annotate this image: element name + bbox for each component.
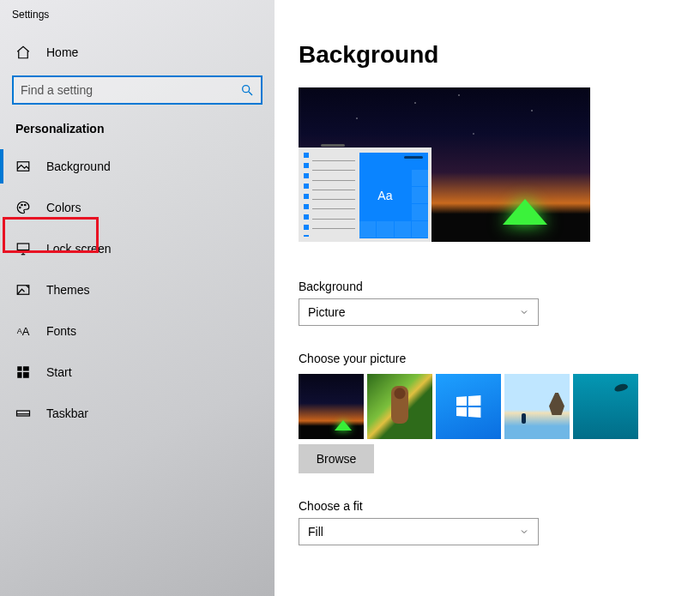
chevron-down-icon	[519, 307, 529, 317]
picture-thumb-3[interactable]	[436, 374, 501, 439]
fit-select[interactable]: Fill	[299, 518, 539, 545]
browse-button[interactable]: Browse	[299, 444, 374, 473]
nav-home[interactable]: Home	[0, 36, 275, 69]
svg-rect-14	[23, 372, 29, 378]
sidebar-item-label: Background	[46, 160, 111, 173]
background-preview: Aa	[299, 87, 590, 242]
svg-rect-15	[17, 411, 30, 416]
svg-point-5	[25, 204, 27, 206]
svg-rect-13	[17, 372, 21, 378]
svg-point-4	[21, 204, 23, 206]
sidebar-item-label: Fonts	[46, 324, 76, 338]
svg-point-0	[243, 86, 250, 93]
sidebar-item-fonts[interactable]: AA Fonts	[0, 312, 257, 350]
svg-point-3	[20, 207, 21, 208]
svg-rect-11	[17, 366, 21, 370]
page-title: Background	[299, 41, 700, 69]
svg-rect-6	[17, 244, 29, 252]
home-icon	[15, 45, 31, 60]
category-label: Personalization	[0, 122, 275, 147]
themes-icon	[15, 282, 31, 298]
picture-thumbnails	[299, 374, 700, 439]
search-icon	[240, 83, 254, 97]
main-panel: Background Aa Background Picture Choose …	[275, 0, 700, 596]
sidebar-item-start[interactable]: Start	[0, 353, 257, 391]
picture-icon	[15, 159, 31, 174]
picture-thumb-1[interactable]	[299, 374, 364, 439]
background-type-value: Picture	[308, 305, 346, 319]
search-container	[12, 75, 262, 105]
fit-value: Fill	[308, 525, 323, 539]
svg-rect-12	[23, 366, 29, 370]
sidebar-item-lockscreen[interactable]: Lock screen	[0, 230, 257, 268]
start-icon	[15, 364, 31, 380]
sidebar-item-background[interactable]: Background	[0, 147, 257, 185]
sidebar-item-colors[interactable]: Colors	[0, 189, 257, 226]
sidebar-item-label: Lock screen	[46, 242, 111, 256]
background-type-select[interactable]: Picture	[299, 298, 539, 326]
taskbar-icon	[15, 406, 31, 421]
app-title: Settings	[0, 9, 275, 36]
svg-line-1	[249, 92, 252, 95]
sidebar-item-themes[interactable]: Themes	[0, 271, 257, 309]
sidebar-item-label: Themes	[46, 283, 90, 297]
choose-fit-label: Choose a fit	[299, 499, 700, 513]
sidebar-item-label: Taskbar	[46, 406, 88, 420]
sidebar-item-label: Start	[46, 365, 72, 379]
background-type-label: Background	[299, 280, 700, 293]
lockscreen-icon	[15, 241, 31, 256]
fonts-icon: AA	[15, 323, 31, 339]
sidebar-item-label: Colors	[46, 201, 81, 214]
palette-icon	[15, 200, 31, 215]
picture-thumb-2[interactable]	[367, 374, 432, 439]
picture-thumb-4[interactable]	[504, 374, 570, 439]
sidebar: Settings Home Personalization Background	[0, 0, 275, 596]
choose-picture-label: Choose your picture	[299, 352, 700, 365]
preview-sample-text: Aa	[359, 170, 411, 220]
sidebar-item-taskbar[interactable]: Taskbar	[0, 394, 257, 432]
chevron-down-icon	[519, 527, 529, 537]
nav-home-label: Home	[46, 45, 78, 59]
search-box[interactable]	[12, 75, 262, 105]
picture-thumb-5[interactable]	[573, 374, 638, 439]
search-input[interactable]	[21, 83, 240, 97]
